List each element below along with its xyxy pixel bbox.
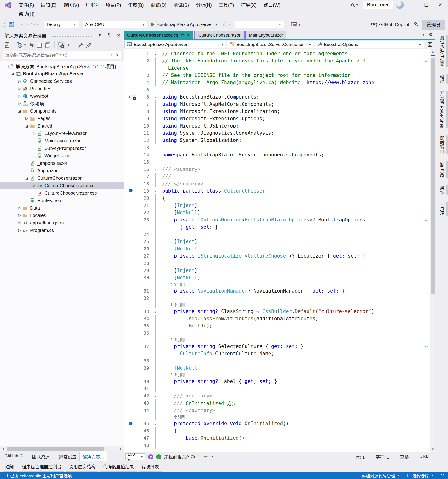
- expand-icon[interactable]: ▷: [17, 101, 22, 106]
- hot-reload-button[interactable]: ▼: [220, 20, 232, 28]
- redo-button[interactable]: ↷▼: [30, 21, 40, 28]
- code-line[interactable]: 47 base.OnInitialized();: [124, 434, 430, 441]
- code-line[interactable]: 4// Maintainer: Argo Zhang(argo@live.ca)…: [124, 79, 430, 86]
- code-line[interactable]: 41: [124, 385, 430, 392]
- tree-item[interactable]: ◢BootstrapBlazorApp.Server: [0, 70, 124, 77]
- side-tool-tab[interactable]: 输出: [438, 73, 445, 84]
- menu-item[interactable]: 调试(D): [147, 0, 170, 9]
- tree-item[interactable]: @Widget.razor: [0, 152, 124, 160]
- scroll-left-icon[interactable]: ◀: [0, 447, 6, 451]
- scroll-right-icon[interactable]: ▶: [118, 447, 124, 451]
- side-tool-tab[interactable]: 工具箱: [438, 201, 445, 216]
- code-line[interactable]: 42∨ /// <summary>: [124, 392, 430, 399]
- menu-item[interactable]: 视图(V): [60, 0, 82, 9]
- codelens-row[interactable]: 0 个引用: [124, 414, 430, 420]
- code-line[interactable]: ↑45∨ protected override void OnInitializ…: [124, 420, 430, 427]
- chevron-down-icon[interactable]: ▼: [67, 43, 70, 47]
- spaces-indicator[interactable]: 空格: [400, 454, 409, 460]
- tree-item[interactable]: ◢Components: [0, 107, 124, 115]
- code-line[interactable]: 35 .Build();: [124, 322, 430, 329]
- code-line[interactable]: 2// The .NET Foundation licenses this fi…: [124, 57, 430, 64]
- code-line[interactable]: ↑19∨public partial class CultureChooser: [124, 187, 430, 194]
- show-all-files-button[interactable]: [44, 41, 52, 49]
- code-line[interactable]: 11using System.Diagnostics.CodeAnalysis;: [124, 129, 430, 137]
- eol-indicator[interactable]: CRLF: [419, 454, 431, 460]
- collapse-icon[interactable]: ◢: [24, 124, 29, 128]
- start-debug-button[interactable]: BootstrapBlazorApp.Server ▼: [151, 22, 218, 27]
- menu-item[interactable]: 分析(N): [192, 0, 215, 9]
- close-tab-icon[interactable]: ✕: [187, 33, 190, 38]
- tool-window-tab[interactable]: 解决方案...: [79, 452, 107, 462]
- code-line[interactable]: 32: [124, 294, 430, 302]
- menu-help[interactable]: 帮助(H): [15, 9, 38, 18]
- scroll-up-icon[interactable]: ▲: [430, 50, 435, 53]
- expand-icon[interactable]: ▷: [24, 116, 29, 120]
- menu-item[interactable]: 窗口(W): [260, 0, 284, 9]
- code-line[interactable]: 48: [124, 441, 430, 449]
- code-line[interactable]: 38: [124, 357, 430, 364]
- tree-item[interactable]: ▷Locales: [0, 212, 124, 219]
- code-line[interactable]: 34 .AddClassFromAttributes(AdditionalAtt…: [124, 315, 430, 322]
- code-line[interactable]: 20{: [124, 194, 430, 202]
- fold-collapse-icon[interactable]: ∨: [152, 166, 159, 173]
- fold-collapse-icon[interactable]: ∨: [152, 420, 159, 427]
- horizontal-scrollbar[interactable]: ◀ ▶: [0, 446, 124, 452]
- code-line[interactable]: 27 private IStringLocalizer<CultureChoos…: [124, 252, 430, 259]
- pin-icon[interactable]: [181, 33, 184, 38]
- search-button[interactable]: ▼: [350, 2, 360, 7]
- expand-icon[interactable]: ▷: [17, 79, 22, 83]
- problems-label[interactable]: 未找到相关问题: [164, 454, 195, 460]
- toolbar-grip[interactable]: [4, 21, 5, 27]
- navigation-dropdown[interactable]: BootstrapOptions▼: [315, 41, 424, 48]
- document-tab[interactable]: MainLayout.razor: [244, 31, 286, 39]
- side-tool-tab[interactable]: 开发者 PowerShell: [438, 90, 445, 129]
- inheritance-margin-icon[interactable]: ↑: [129, 189, 134, 193]
- tree-item[interactable]: ▷Properties: [0, 85, 124, 92]
- inheritance-margin-icon[interactable]: ↑: [129, 422, 134, 425]
- solution-search[interactable]: ▼: [3, 51, 121, 59]
- close-button[interactable]: ✕: [435, 1, 446, 9]
- undo-button[interactable]: ↶▼: [19, 21, 30, 28]
- document-health-icon[interactable]: [148, 454, 153, 459]
- codelens-references[interactable]: 3 个引用: [171, 372, 185, 377]
- add-to-source-control-button[interactable]: ↑ 添加到源代码管理 ▲: [358, 472, 400, 479]
- code-line[interactable]: 44 /// </summary>: [124, 406, 430, 414]
- tree-item[interactable]: ▷Connected Services: [0, 77, 124, 85]
- code-line[interactable]: 22 [NotNull]: [124, 209, 430, 216]
- codelens-row[interactable]: 1 个引用: [124, 302, 430, 308]
- code-line[interactable]: 30 [NotNull]: [124, 274, 430, 281]
- empty-toolbar-dropdown[interactable]: ▼: [235, 20, 284, 28]
- select-repository-button[interactable]: 选择仓库 ▲: [406, 472, 434, 479]
- code-line[interactable]: 9using Microsoft.Extensions.Options;: [124, 115, 430, 122]
- tree-item[interactable]: ▷{)appsettings.json: [0, 219, 124, 226]
- fold-collapse-icon[interactable]: ∨: [152, 50, 159, 57]
- fold-collapse-icon[interactable]: ∨: [152, 187, 159, 194]
- menu-item[interactable]: 编辑(E): [38, 0, 60, 9]
- tree-item[interactable]: ◢@CultureChooser.razor: [0, 174, 124, 182]
- solution-search-input[interactable]: [5, 53, 111, 58]
- tree-item[interactable]: ◢Shared: [0, 122, 124, 130]
- tree-item[interactable]: @SurveyPrompt.razor: [0, 145, 124, 152]
- code-editor[interactable]: 1∨// Licensed to the .NET Foundation und…: [124, 49, 430, 452]
- code-line[interactable]: 33∨ private string? ClassString ⇒ CssBui…: [124, 308, 430, 315]
- code-line[interactable]: 28: [124, 259, 430, 267]
- browser-target-button[interactable]: ▼: [290, 20, 302, 29]
- tree-item[interactable]: ▷@LayoutPreview.razor: [0, 130, 124, 137]
- code-line[interactable]: 26 [NotNull]: [124, 245, 430, 252]
- pending-changes-filter-button[interactable]: ▼: [16, 41, 27, 49]
- code-line[interactable]: 25 [Inject]: [124, 238, 430, 245]
- menu-item[interactable]: 项目(P): [102, 0, 125, 9]
- tree-item[interactable]: ACultureChooser.razor.css: [0, 189, 124, 197]
- collapse-icon[interactable]: ◢: [10, 72, 15, 76]
- switch-views-button[interactable]: [3, 41, 11, 49]
- code-line[interactable]: 21 [Inject]: [124, 202, 430, 209]
- codelens-row[interactable]: 3 个引用: [124, 372, 430, 378]
- code-line[interactable]: { get; set; }: [124, 223, 430, 231]
- side-tool-tab[interactable]: 测试资源管理器: [438, 34, 445, 67]
- codelens-references[interactable]: 4 个引用: [171, 281, 185, 287]
- sync-with-active-document-button[interactable]: [57, 41, 65, 49]
- tree-item[interactable]: @App.razor: [0, 167, 124, 174]
- tool-window-tab[interactable]: GitHub C...: [2, 452, 29, 460]
- fold-collapse-icon[interactable]: ∨: [152, 392, 159, 399]
- save-button[interactable]: [7, 20, 16, 28]
